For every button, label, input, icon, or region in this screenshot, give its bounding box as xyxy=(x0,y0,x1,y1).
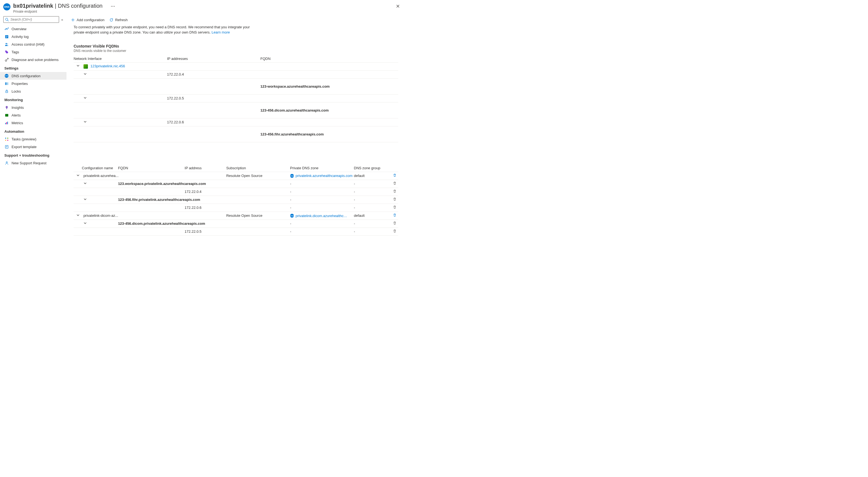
more-actions-button[interactable]: ⋯ xyxy=(109,3,117,9)
delete-button[interactable] xyxy=(393,197,397,201)
expand-toggle[interactable] xyxy=(73,64,83,67)
delete-button[interactable] xyxy=(393,213,397,217)
subscription-cell: Resolute Open Source xyxy=(226,172,290,180)
page-header: DNS bx01privatelink | DNS configuration … xyxy=(0,0,406,15)
page-title: DNS configuration xyxy=(58,3,102,9)
fqdn-row: 123-workspace.azurehealthcareapis.com xyxy=(73,78,398,94)
nic-link[interactable]: 123privatelink.nic.456 xyxy=(90,64,125,68)
zone-dash: - xyxy=(290,228,354,236)
expand-toggle[interactable] xyxy=(81,198,90,201)
nav-item-access-control[interactable]: Access control (IAM) xyxy=(0,40,66,48)
svg-point-24 xyxy=(7,138,8,139)
diagnose-icon xyxy=(4,57,9,62)
record-ip: 172.22.0.6 xyxy=(185,204,226,212)
nav-item-locks[interactable]: Locks xyxy=(0,87,66,95)
config-group-row: privatelink-dicom-az... Resolute Open So… xyxy=(73,212,398,219)
config-ip-row: 172.22.0.5 -- xyxy=(73,228,398,236)
support-icon xyxy=(4,161,9,165)
nav-item-properties[interactable]: Properties xyxy=(0,80,66,87)
nav-label: Tags xyxy=(11,50,19,54)
col-subscription: Subscription xyxy=(226,164,290,172)
nav-item-activity-log[interactable]: Activity log xyxy=(0,33,66,40)
nav-label: Activity log xyxy=(11,35,29,39)
table-header-row: Network Interface IP addresses FQDN xyxy=(73,55,398,63)
nav-item-tasks[interactable]: Tasks (preview) xyxy=(0,135,66,143)
group-dash: - xyxy=(354,219,387,228)
delete-button[interactable] xyxy=(393,205,397,209)
collapse-sidebar-button[interactable]: « xyxy=(61,18,63,22)
expand-toggle[interactable] xyxy=(73,213,83,217)
svg-rect-22 xyxy=(7,121,8,124)
expand-toggle[interactable] xyxy=(81,182,90,185)
dns-zone-link[interactable]: privatelink.azurehealthcareapis.com xyxy=(296,174,352,178)
learn-more-link[interactable]: Learn more xyxy=(212,30,229,34)
svg-line-1 xyxy=(8,20,9,21)
nav-item-overview[interactable]: Overview xyxy=(0,25,66,33)
svg-point-13 xyxy=(5,60,7,61)
nav-item-insights[interactable]: Insights xyxy=(0,103,66,111)
expand-toggle[interactable] xyxy=(81,96,90,99)
svg-point-26 xyxy=(7,140,8,141)
zone-group-cell: default xyxy=(354,172,387,180)
title-separator: | xyxy=(55,3,56,9)
svg-rect-21 xyxy=(6,122,7,124)
nav-item-dns-configuration[interactable]: DNS DNS configuration xyxy=(0,72,66,80)
svg-point-23 xyxy=(5,138,6,139)
expand-toggle[interactable] xyxy=(81,72,90,76)
svg-rect-18 xyxy=(6,109,7,109)
config-record-row: 123-456.fihr.privatelink.azurehealthcare… xyxy=(73,196,398,204)
search-icon xyxy=(5,18,9,22)
nav-item-metrics[interactable]: Metrics xyxy=(0,119,66,127)
delete-button[interactable] xyxy=(393,229,397,233)
delete-button[interactable] xyxy=(393,189,397,193)
svg-point-0 xyxy=(5,18,8,20)
resource-icon: DNS xyxy=(3,3,10,10)
group-dash: - xyxy=(354,180,387,188)
refresh-button[interactable]: Refresh xyxy=(109,18,128,22)
expand-toggle[interactable] xyxy=(81,120,90,123)
toolbar: Add configuration Refresh xyxy=(66,15,406,25)
ip-cell: 172.22.0.5 xyxy=(167,94,260,102)
fqdn-row: 123-456.fihr.azurehealthcareapis.com xyxy=(73,126,398,142)
config-ip-row: 172.22.0.4 -- xyxy=(73,188,398,196)
nav-item-new-support[interactable]: New Support Request xyxy=(0,159,66,167)
subscription-cell: Resolute Open Source xyxy=(226,212,290,219)
delete-button[interactable] xyxy=(393,173,397,177)
record-fqdn: 123-456.dicom.privatelink.azurehealthcar… xyxy=(118,219,226,228)
svg-point-2 xyxy=(5,29,5,30)
config-group-row: privatelink-azurehea... Resolute Open So… xyxy=(73,172,398,180)
svg-point-4 xyxy=(7,29,7,29)
nav-label: Alerts xyxy=(11,113,21,117)
close-button[interactable]: ✕ xyxy=(393,3,403,10)
dns-zone-link[interactable]: privatelink.dicom.azurehealthcarea… xyxy=(296,214,349,218)
nav-item-diagnose[interactable]: Diagnose and solve problems xyxy=(0,56,66,63)
group-dash: - xyxy=(354,204,387,212)
fqdn-ip-row: 172.22.0.5 xyxy=(73,94,398,102)
ip-cell: 172.22.0.4 xyxy=(167,70,260,78)
zone-dash: - xyxy=(290,196,354,204)
nav-label: Access control (IAM) xyxy=(11,42,44,47)
nic-icon xyxy=(84,64,88,69)
svg-point-28 xyxy=(6,161,7,163)
nav-item-export-template[interactable]: Export template xyxy=(0,143,66,151)
nav-item-alerts[interactable]: Alerts xyxy=(0,111,66,119)
delete-button[interactable] xyxy=(393,221,397,225)
svg-rect-15 xyxy=(6,82,7,85)
svg-rect-16 xyxy=(7,82,8,85)
record-fqdn: 123.workspace.privatelink.azurehealthcar… xyxy=(118,180,226,188)
search-box[interactable] xyxy=(3,16,59,23)
svg-rect-27 xyxy=(5,145,8,148)
fqdn-cell: 123-456.dicom.azurehealthcareapis.com xyxy=(260,102,398,118)
sidebar: « Overview Activity log Access control (… xyxy=(0,15,66,244)
add-configuration-button[interactable]: Add configuration xyxy=(71,18,104,22)
delete-button[interactable] xyxy=(393,181,397,185)
expand-toggle[interactable] xyxy=(73,174,83,177)
search-input[interactable] xyxy=(9,18,57,22)
overview-icon xyxy=(4,27,9,31)
expand-toggle[interactable] xyxy=(81,221,90,225)
activity-log-icon xyxy=(4,34,9,39)
nav-item-tags[interactable]: Tags xyxy=(0,48,66,56)
nav-label: Export template xyxy=(11,145,36,149)
zone-dash: - xyxy=(290,204,354,212)
svg-rect-7 xyxy=(5,36,8,36)
